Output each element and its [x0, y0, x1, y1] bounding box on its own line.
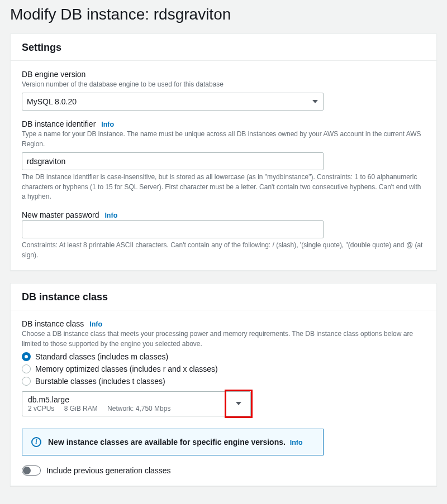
master-password-field: New master password Info Constraints: At…	[22, 210, 425, 260]
radio-memory-optimized-classes[interactable]: Memory optimized classes (includes r and…	[22, 364, 425, 373]
instance-class-dropdown-button[interactable]	[226, 392, 250, 416]
settings-panel-header: Settings	[11, 34, 436, 61]
master-password-hint: Constraints: At least 8 printable ASCII …	[22, 241, 425, 260]
info-alert-info-link[interactable]: Info	[290, 439, 303, 447]
identifier-hint: The DB instance identifier is case-insen…	[22, 172, 425, 201]
engine-version-value: MySQL 8.0.20	[27, 95, 77, 108]
new-classes-info-alert: i New instance classes are available for…	[22, 429, 324, 455]
master-password-info-link[interactable]: Info	[104, 212, 117, 219]
radio-icon	[22, 364, 31, 373]
instance-class-panel: DB instance class DB instance class Info…	[10, 283, 437, 486]
page-title: Modify DB instance: rdsgraviton	[10, 6, 437, 23]
instance-class-label: DB instance class	[22, 319, 84, 328]
instance-class-select[interactable]: db.m5.large 2 vCPUs 8 GiB RAM Network: 4…	[22, 391, 251, 416]
engine-version-label: DB engine version	[22, 70, 425, 79]
engine-version-select[interactable]: MySQL 8.0.20	[22, 93, 324, 111]
instance-class-info-link[interactable]: Info	[89, 320, 102, 328]
master-password-input[interactable]	[22, 220, 324, 238]
chevron-down-icon	[236, 402, 241, 405]
radio-icon	[22, 352, 31, 361]
instance-class-name: db.m5.large	[28, 395, 220, 404]
toggle-knob-icon	[23, 467, 31, 474]
identifier-input[interactable]: rdsgraviton	[22, 152, 324, 170]
instance-class-desc: Choose a DB instance class that meets yo…	[22, 329, 425, 349]
settings-heading: Settings	[22, 42, 425, 54]
include-previous-gen-label: Include previous generation classes	[46, 466, 171, 475]
radio-burstable-classes[interactable]: Burstable classes (includes t classes)	[22, 377, 425, 386]
instance-class-specs: 2 vCPUs 8 GiB RAM Network: 4,750 Mbps	[28, 405, 220, 412]
info-alert-text: New instance classes are available for s…	[48, 438, 286, 447]
engine-version-field: DB engine version Version number of the …	[22, 70, 425, 111]
master-password-label: New master password	[22, 210, 99, 219]
identifier-label: DB instance identifier	[22, 119, 96, 128]
include-previous-gen-row: Include previous generation classes	[22, 465, 425, 476]
settings-panel: Settings DB engine version Version numbe…	[10, 33, 437, 271]
info-icon: i	[31, 437, 41, 447]
radio-label: Burstable classes (includes t classes)	[35, 377, 165, 386]
instance-class-heading: DB instance class	[22, 291, 425, 303]
instance-class-panel-header: DB instance class	[11, 284, 436, 310]
identifier-info-link[interactable]: Info	[101, 121, 114, 128]
radio-label: Standard classes (includes m classes)	[35, 352, 168, 361]
radio-label: Memory optimized classes (includes r and…	[35, 364, 218, 373]
include-previous-gen-toggle[interactable]	[22, 465, 41, 476]
identifier-desc: Type a name for your DB instance. The na…	[22, 129, 425, 149]
radio-icon	[22, 377, 31, 386]
instance-class-select-value: db.m5.large 2 vCPUs 8 GiB RAM Network: 4…	[22, 392, 226, 416]
radio-standard-classes[interactable]: Standard classes (includes m classes)	[22, 352, 425, 361]
engine-version-desc: Version number of the database engine to…	[22, 80, 425, 89]
identifier-field: DB instance identifier Info Type a name …	[22, 119, 425, 201]
